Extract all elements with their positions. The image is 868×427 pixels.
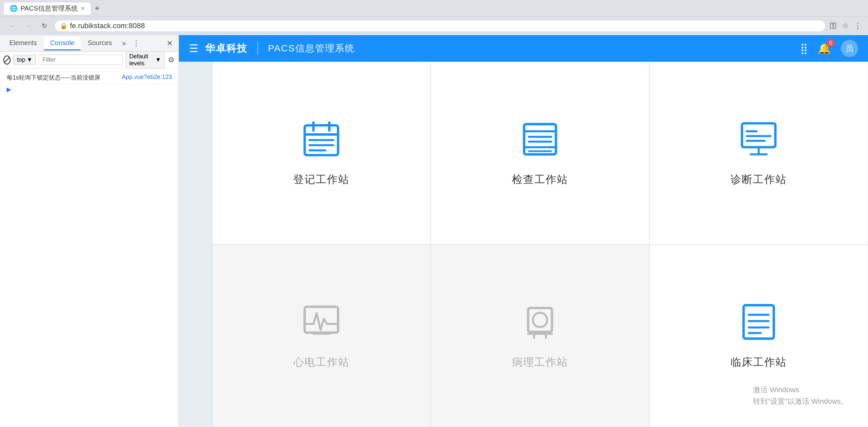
console-message-text: 每1s轮询下锁定状态-----当前没锁屏 <box>7 74 119 82</box>
workstation-xindian: 心电工作站 <box>212 244 431 427</box>
svg-rect-7 <box>524 124 556 154</box>
forward-icon: → <box>25 22 32 30</box>
tab-favicon: 🌐 <box>10 4 18 12</box>
book-icon <box>520 119 560 159</box>
devtools-tabbar: Elements Console Sources » ⋮ ✕ <box>0 35 179 52</box>
key-button[interactable]: ⚿ <box>830 22 837 30</box>
main-layout: Elements Console Sources » ⋮ ✕ top ▼ Def… <box>0 35 868 427</box>
browser-titlebar: ← → ↻ 🔒 ⚿ ☆ ⋮ <box>0 17 868 35</box>
no-entry-icon <box>3 55 10 65</box>
tab-sources[interactable]: Sources <box>82 36 118 50</box>
workstation-zhenduan-label: 诊断工作站 <box>731 172 787 187</box>
console-context-select[interactable]: top ▼ <box>13 55 36 65</box>
console-level-select[interactable]: Default levels ▼ <box>126 51 165 68</box>
header-brand: 华卓科技 <box>205 42 247 55</box>
header-menu-button[interactable]: ☰ <box>189 42 198 55</box>
tab-console[interactable]: Console <box>44 36 80 50</box>
devtools-panel: Elements Console Sources » ⋮ ✕ top ▼ Def… <box>0 35 179 427</box>
forward-button[interactable]: → <box>23 20 34 32</box>
notification-badge: 0 <box>827 39 834 47</box>
console-message-source[interactable]: App.vue?eb2e:123 <box>122 74 172 81</box>
devtools-close-icon[interactable]: ✕ <box>164 38 175 49</box>
tab-title: PACS信息管理系统 <box>21 4 78 13</box>
workstation-dengji-label: 登记工作站 <box>293 172 349 187</box>
workstation-bingli-label: 病理工作站 <box>512 355 568 370</box>
hamburger-icon: ☰ <box>189 42 198 54</box>
svg-rect-23 <box>528 308 552 332</box>
user-avatar-label: 员 <box>845 43 854 54</box>
more-menu-button[interactable]: ⋮ <box>854 22 861 30</box>
app-body: 登记工作站 检查工作站 <box>179 62 868 427</box>
monitor-icon <box>739 119 779 159</box>
workstation-linchuang[interactable]: 临床工作站 <box>649 244 868 427</box>
reload-button[interactable]: ↻ <box>38 20 50 32</box>
bookmark-button[interactable]: ☆ <box>842 22 849 30</box>
workstation-xindian-label: 心电工作站 <box>293 355 349 370</box>
apps-grid-icon[interactable]: ⣿ <box>800 42 808 55</box>
browser-chrome: 🌐 PACS信息管理系统 ✕ + ← → ↻ 🔒 ⚿ ☆ ⋮ <box>0 0 868 35</box>
app-sidebar <box>179 62 212 427</box>
document-icon <box>739 302 779 342</box>
ecg-icon <box>302 302 341 342</box>
level-label: Default levels <box>129 53 154 67</box>
workstation-linchuang-label: 临床工作站 <box>731 355 787 370</box>
workstation-jiancha[interactable]: 检查工作站 <box>431 62 649 244</box>
browser-tabbar: 🌐 PACS信息管理系统 ✕ + <box>0 0 868 17</box>
header-right: ⣿ 🔔 0 员 <box>800 40 858 57</box>
console-content: 每1s轮询下锁定状态-----当前没锁屏 App.vue?eb2e:123 ▶ <box>0 68 179 427</box>
level-dropdown-icon: ▼ <box>155 56 161 63</box>
expand-caret-icon[interactable]: ▶ <box>7 86 11 93</box>
address-bar[interactable]: 🔒 <box>54 20 826 32</box>
workstation-zhenduan[interactable]: 诊断工作站 <box>649 62 868 244</box>
header-divider <box>257 42 258 55</box>
context-dropdown-icon: ▼ <box>27 56 32 63</box>
workstation-dengji[interactable]: 登记工作站 <box>212 62 431 244</box>
workstation-grid: 登记工作站 检查工作站 <box>212 62 868 427</box>
url-input[interactable] <box>70 22 820 30</box>
app-header: ☰ 华卓科技 PACS信息管理系统 ⣿ 🔔 0 员 <box>179 35 868 62</box>
console-expand-row: ▶ <box>0 84 179 95</box>
console-message-0: 每1s轮询下锁定状态-----当前没锁屏 App.vue?eb2e:123 <box>0 72 179 84</box>
tab-elements[interactable]: Elements <box>3 36 43 50</box>
tab-close-icon[interactable]: ✕ <box>81 5 85 11</box>
lock-icon: 🔒 <box>60 22 67 29</box>
notification-bell[interactable]: 🔔 0 <box>818 42 831 55</box>
calendar-icon <box>302 119 341 159</box>
devtools-more-icon[interactable]: » <box>119 38 128 49</box>
console-settings-button[interactable]: ⚙ <box>167 55 175 65</box>
console-filter-input[interactable] <box>39 55 123 65</box>
header-system-name: PACS信息管理系统 <box>268 42 355 55</box>
new-tab-button[interactable]: + <box>91 2 103 14</box>
back-icon: ← <box>9 22 16 30</box>
console-toolbar: top ▼ Default levels ▼ ⚙ <box>0 52 179 68</box>
app-area: ☰ 华卓科技 PACS信息管理系统 ⣿ 🔔 0 员 <box>179 35 868 427</box>
devtools-options-icon[interactable]: ⋮ <box>130 38 143 49</box>
microscope-icon <box>520 302 560 342</box>
browser-toolbar-right: ⚿ ☆ ⋮ <box>830 22 861 30</box>
reload-icon: ↻ <box>42 22 48 30</box>
back-button[interactable]: ← <box>7 20 19 32</box>
user-avatar[interactable]: 员 <box>841 40 858 57</box>
browser-tab-active[interactable]: 🌐 PACS信息管理系统 ✕ <box>3 2 91 15</box>
workstation-bingli: 病理工作站 <box>431 244 649 427</box>
workstation-jiancha-label: 检查工作站 <box>512 172 568 187</box>
svg-point-24 <box>533 313 547 327</box>
context-label: top <box>17 56 25 63</box>
